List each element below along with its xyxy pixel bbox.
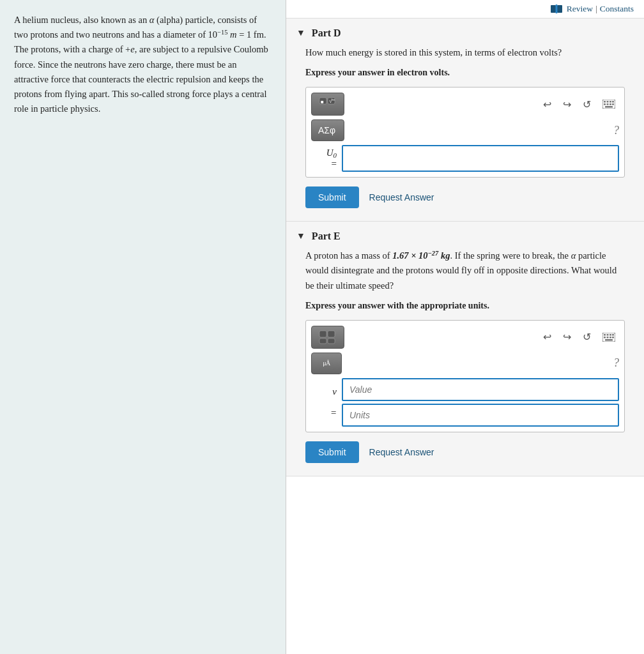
part-d-toolbar-row2: ΑΣφ ?: [311, 119, 619, 141]
part-e-keyboard-button[interactable]: [599, 330, 619, 344]
svg-rect-31: [605, 339, 613, 341]
svg-rect-12: [612, 101, 614, 103]
part-e-title: Part E: [312, 231, 341, 242]
part-e-var: v: [332, 381, 337, 402]
svg-rect-13: [604, 103, 606, 105]
part-e-header[interactable]: ▼ Part E: [286, 222, 644, 248]
part-e-request-answer-link[interactable]: Request Answer: [369, 447, 434, 457]
svg-rect-20: [319, 338, 326, 344]
separator: |: [595, 4, 597, 14]
part-e-eq: =: [330, 402, 337, 423]
svg-rect-21: [328, 338, 335, 344]
svg-rect-27: [604, 337, 606, 338]
part-d-var: U0: [326, 148, 337, 158]
part-d-answer-box: ■ √ ↩ ↪ ↺: [305, 87, 625, 178]
part-d-arrow: ▼: [296, 28, 305, 38]
part-d-keyboard-button[interactable]: [599, 97, 619, 111]
svg-rect-18: [319, 331, 326, 337]
part-d-action-row: Submit Request Answer: [305, 186, 625, 208]
part-e-undo-button[interactable]: ↩: [539, 328, 555, 346]
part-e-question: A proton has a mass of 1.67 × 10−27 kg. …: [305, 248, 625, 293]
svg-text:■: ■: [321, 99, 324, 105]
part-d-input-row: U0 =: [311, 145, 619, 172]
part-d-undo-button[interactable]: ↩: [539, 96, 555, 113]
part-e-answer-box: ↩ ↪ ↺: [305, 320, 625, 432]
part-d-redo-button[interactable]: ↪: [559, 96, 575, 113]
svg-rect-11: [610, 101, 611, 103]
part-d-submit-button[interactable]: Submit: [305, 186, 359, 208]
part-e-action-row: Submit Request Answer: [305, 441, 625, 463]
svg-rect-23: [604, 334, 606, 336]
part-d-question: How much energy is stored in this system…: [305, 45, 625, 60]
part-d-math-button[interactable]: ■ √: [311, 93, 344, 116]
right-panel: Review | Constants ▼ Part D How much ene…: [286, 0, 644, 654]
svg-rect-17: [605, 106, 613, 108]
part-e-value-input[interactable]: [342, 378, 619, 401]
part-d-toolbar-row1: ■ √ ↩ ↪ ↺: [311, 93, 619, 116]
part-d-eq: =: [332, 158, 337, 169]
part-e-input-row: v =: [311, 378, 619, 427]
svg-rect-24: [607, 334, 609, 336]
svg-rect-14: [607, 103, 609, 105]
part-d-help-mark: ?: [613, 124, 619, 137]
svg-rect-19: [328, 331, 335, 337]
svg-rect-26: [612, 334, 614, 336]
part-e-units-button[interactable]: μÅ: [311, 353, 342, 374]
part-e-redo-button[interactable]: ↪: [559, 328, 575, 346]
part-d-answer-input[interactable]: [342, 145, 619, 172]
svg-rect-2: [555, 4, 557, 13]
part-e-toolbar-row1: ↩ ↪ ↺: [311, 326, 619, 349]
problem-text: A helium nucleus, also known as an α (al…: [14, 13, 272, 116]
part-e-units-input[interactable]: [342, 404, 619, 427]
part-e-value-units-stack: [342, 378, 619, 427]
svg-text:√: √: [329, 98, 332, 104]
part-d-request-answer-link[interactable]: Request Answer: [369, 192, 434, 202]
part-d-greek-button[interactable]: ΑΣφ: [311, 119, 344, 141]
part-d-instruction: Express your answer in electron volts.: [305, 68, 625, 78]
book-icon: [551, 4, 562, 13]
top-bar: Review | Constants: [286, 0, 644, 19]
part-d-reset-button[interactable]: ↺: [579, 96, 595, 113]
part-e-section: ▼ Part E A proton has a mass of 1.67 × 1…: [286, 222, 644, 476]
part-d-header[interactable]: ▼ Part D: [286, 19, 644, 45]
svg-rect-10: [607, 101, 609, 103]
left-panel: A helium nucleus, also known as an α (al…: [0, 0, 286, 654]
part-d-body: How much energy is stored in this system…: [286, 45, 644, 221]
part-e-reset-button[interactable]: ↺: [579, 328, 595, 346]
svg-rect-1: [557, 5, 562, 13]
svg-rect-9: [604, 101, 606, 103]
part-e-body: A proton has a mass of 1.67 × 10−27 kg. …: [286, 248, 644, 476]
part-e-arrow: ▼: [296, 231, 305, 241]
part-d-section: ▼ Part D How much energy is stored in th…: [286, 19, 644, 222]
part-e-submit-button[interactable]: Submit: [305, 441, 359, 463]
review-link[interactable]: Review: [567, 4, 593, 14]
svg-rect-15: [610, 103, 611, 105]
svg-rect-29: [610, 337, 611, 338]
part-e-input-label: v =: [311, 381, 337, 423]
svg-rect-7: [332, 100, 335, 100]
svg-rect-30: [612, 337, 614, 338]
part-e-math-button[interactable]: [311, 326, 344, 349]
part-e-toolbar-row2: μÅ ?: [311, 353, 619, 374]
svg-rect-28: [607, 337, 609, 338]
svg-rect-16: [612, 103, 614, 105]
part-d-title: Part D: [312, 27, 341, 39]
part-e-help-mark: ?: [613, 356, 619, 370]
svg-rect-0: [551, 5, 556, 13]
constants-link[interactable]: Constants: [600, 4, 634, 14]
svg-rect-25: [610, 334, 611, 336]
part-d-input-label: U0 =: [311, 148, 337, 169]
part-e-instruction: Express your answer with the appropriate…: [305, 301, 625, 311]
